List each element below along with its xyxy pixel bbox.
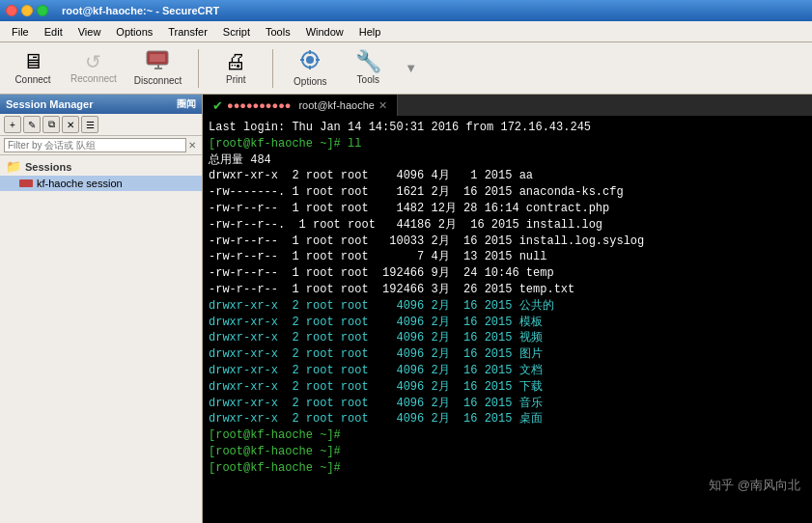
session-panel-header: Session Manager 圈闻: [0, 95, 202, 114]
disconnect-label: Disconnect: [134, 75, 182, 86]
session-clone-button[interactable]: ⧉: [42, 116, 60, 133]
terminal-line-21: [root@kf-haoche ~]#: [209, 460, 806, 477]
menu-transfer[interactable]: Transfer: [160, 24, 215, 40]
sessions-list: 📁 Sessions kf-haoche session: [0, 155, 202, 523]
session-filter-bar: ✕: [0, 136, 202, 155]
terminal-line-13: drwxr-xr-x 2 root root 4096 2月 16 2015 视…: [209, 330, 806, 346]
connect-icon: 🖥: [22, 51, 43, 72]
sessions-group-header: 📁 Sessions: [0, 155, 202, 176]
menu-options[interactable]: Options: [108, 24, 160, 40]
menu-bar: File Edit View Options Transfer Script T…: [0, 21, 812, 42]
terminal-line-18: drwxr-xr-x 2 root root 4096 2月 16 2015 桌…: [209, 411, 806, 427]
print-icon: 🖨: [225, 51, 246, 72]
toolbar-separator-1: [198, 49, 199, 88]
terminal-line-3: drwxr-xr-x 2 root root 4096 4月 1 2015 aa: [209, 168, 806, 184]
session-edit-button[interactable]: ✎: [23, 116, 41, 133]
options-label: Options: [294, 76, 326, 87]
terminal-line-17: drwxr-xr-x 2 root root 4096 2月 16 2015 音…: [209, 396, 806, 412]
session-filter-input[interactable]: [4, 138, 186, 152]
terminal-line-19: [root@kf-haoche ~]#: [209, 427, 806, 444]
terminal-line-6: -rw-r--r--. 1 root root 44186 2月 16 2015…: [209, 217, 806, 234]
title-bar: root@kf-haoche:~ - SecureCRT: [0, 0, 812, 21]
menu-window[interactable]: Window: [298, 24, 351, 40]
terminal-line-8: -rw-r--r-- 1 root root 7 4月 13 2015 null: [209, 249, 806, 265]
terminal-line-11: drwxr-xr-x 2 root root 4096 2月 16 2015 公…: [209, 298, 806, 315]
tools-button[interactable]: 🔧 Tools: [343, 48, 393, 88]
terminal-line-1: [root@kf-haoche ~]# ll: [209, 136, 806, 152]
disconnect-button[interactable]: Disconnect: [129, 47, 186, 89]
terminal-tab-name: root@kf-haoche: [298, 99, 374, 111]
minimize-button[interactable]: [21, 5, 33, 16]
tools-label: Tools: [357, 74, 379, 85]
session-item[interactable]: kf-haoche session: [0, 176, 202, 191]
sessions-group-label: Sessions: [25, 161, 71, 173]
terminal-line-10: -rw-r--r-- 1 root root 192466 3月 26 2015…: [209, 282, 806, 298]
window-controls[interactable]: [6, 5, 48, 16]
main-content: Session Manager 圈闻 + ✎ ⧉ ✕ ☰ ✕ 📁 Session…: [0, 95, 812, 523]
menu-script[interactable]: Script: [215, 24, 258, 40]
close-button[interactable]: [6, 5, 17, 16]
toolbar-dropdown-arrow[interactable]: ▼: [405, 61, 417, 75]
svg-rect-1: [150, 54, 165, 62]
terminal-area: ✔ ●●●●●●●●●● root@kf-haoche ✕ Last login…: [203, 95, 812, 523]
menu-file[interactable]: File: [4, 24, 37, 40]
menu-view[interactable]: View: [70, 24, 109, 40]
print-label: Print: [226, 74, 246, 85]
watermark: 知乎 @南风向北: [709, 477, 800, 494]
options-button[interactable]: Options: [285, 46, 335, 90]
window-title: root@kf-haoche:~ - SecureCRT: [62, 5, 219, 16]
session-manager-extra: 圈闻: [177, 97, 196, 111]
session-item-label: kf-haoche session: [37, 178, 123, 189]
menu-help[interactable]: Help: [351, 24, 389, 40]
svg-point-5: [306, 56, 314, 64]
tools-icon: 🔧: [355, 51, 381, 72]
disconnect-icon: [146, 50, 171, 73]
terminal-line-14: drwxr-xr-x 2 root root 4096 2月 16 2015 图…: [209, 346, 806, 363]
connect-label: Connect: [14, 74, 50, 85]
session-manager-title: Session Manager: [6, 98, 93, 110]
folder-icon: 📁: [6, 159, 21, 174]
toolbar-separator-2: [272, 49, 273, 88]
connect-button[interactable]: 🖥 Connect: [8, 48, 58, 88]
print-button[interactable]: 🖨 Print: [210, 48, 261, 88]
session-new-button[interactable]: +: [4, 116, 21, 133]
menu-tools[interactable]: Tools: [258, 24, 298, 40]
terminal-line-16: drwxr-xr-x 2 root root 4096 2月 16 2015 下…: [209, 379, 806, 396]
connected-icon: ✔: [212, 98, 223, 113]
terminal-line-0: Last login: Thu Jan 14 14:50:31 2016 fro…: [209, 120, 806, 136]
maximize-button[interactable]: [37, 5, 48, 16]
terminal-line-4: -rw-------. 1 root root 1621 2月 16 2015 …: [209, 184, 806, 201]
terminal-line-20: [root@kf-haoche ~]#: [209, 444, 806, 460]
terminal-line-9: -rw-r--r-- 1 root root 192466 9月 24 10:4…: [209, 265, 806, 282]
terminal-line-7: -rw-r--r-- 1 root root 10033 2月 16 2015 …: [209, 234, 806, 250]
terminal-tab-close[interactable]: ✕: [378, 99, 387, 112]
terminal-tab-label: ●●●●●●●●●●: [227, 99, 291, 111]
terminal-line-15: drwxr-xr-x 2 root root 4096 2月 16 2015 文…: [209, 363, 806, 379]
menu-edit[interactable]: Edit: [37, 24, 70, 40]
filter-clear-button[interactable]: ✕: [186, 140, 198, 151]
terminal-line-12: drwxr-xr-x 2 root root 4096 2月 16 2015 模…: [209, 315, 806, 331]
session-delete-button[interactable]: ✕: [62, 116, 79, 133]
terminal-screen[interactable]: Last login: Thu Jan 14 14:50:31 2016 fro…: [203, 116, 812, 523]
terminal-line-2: 总用量 484: [209, 152, 806, 169]
session-view-toggle[interactable]: ☰: [81, 116, 98, 133]
session-panel: Session Manager 圈闻 + ✎ ⧉ ✕ ☰ ✕ 📁 Session…: [0, 95, 203, 523]
session-connection-icon: [19, 179, 33, 187]
terminal-line-5: -rw-r--r-- 1 root root 1482 12月 28 16:14…: [209, 201, 806, 217]
options-icon: [298, 49, 322, 74]
toolbar: 🖥 Connect ↺ Reconnect Disconnect 🖨 Print: [0, 42, 812, 95]
session-toolbar: + ✎ ⧉ ✕ ☰: [0, 114, 202, 136]
reconnect-label: Reconnect: [70, 73, 117, 84]
terminal-tab-bar: ✔ ●●●●●●●●●● root@kf-haoche ✕: [203, 95, 812, 116]
reconnect-icon: ↺: [85, 52, 101, 71]
reconnect-button[interactable]: ↺ Reconnect: [66, 49, 122, 87]
terminal-tab-active[interactable]: ✔ ●●●●●●●●●● root@kf-haoche ✕: [203, 95, 398, 116]
